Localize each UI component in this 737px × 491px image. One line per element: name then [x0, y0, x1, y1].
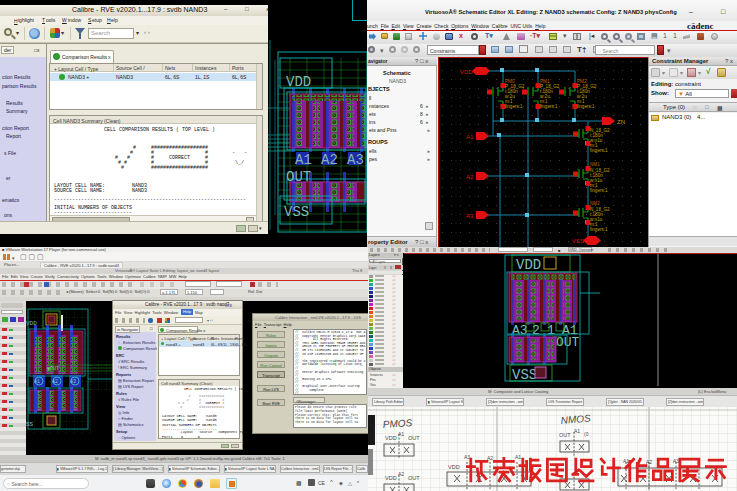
- svg-text:NM1: NM1: [590, 162, 600, 167]
- svg-text:VSS: VSS: [284, 204, 309, 220]
- svg-text:A2: A2: [52, 379, 58, 385]
- svg-text:VSS: VSS: [572, 238, 584, 244]
- svg-text:OUT: OUT: [286, 169, 311, 185]
- svg-text:VDD: VDD: [385, 475, 397, 481]
- svg-text:A3: A3: [70, 379, 76, 385]
- svg-text:VDD: VDD: [460, 69, 473, 75]
- svg-text:A2: A2: [321, 152, 338, 168]
- svg-text:VDD: VDD: [286, 74, 311, 90]
- svg-text:fingers:1: fingers:1: [590, 148, 608, 153]
- svg-text:A1: A1: [34, 379, 40, 385]
- svg-text:OUT: OUT: [408, 475, 420, 481]
- svg-text:▣OUT: ▣OUT: [47, 366, 59, 372]
- svg-text:ZN: ZN: [617, 119, 625, 125]
- svg-text:VDD: VDD: [516, 257, 541, 273]
- svg-text:SS: SS: [26, 421, 34, 428]
- svg-text:VDD: VDD: [448, 464, 460, 470]
- svg-text:OUT: OUT: [559, 432, 571, 438]
- svg-text:A1: A1: [574, 428, 580, 434]
- svg-text:fingers:1: fingers:1: [590, 188, 608, 193]
- svg-text:OUT: OUT: [408, 435, 420, 441]
- svg-text:A1: A1: [466, 134, 474, 140]
- svg-text:1: 1: [547, 323, 555, 338]
- svg-text:fingers:1: fingers:1: [590, 227, 608, 232]
- svg-text:PMOS: PMOS: [382, 417, 412, 430]
- svg-text:VDD: VDD: [385, 435, 397, 441]
- svg-text:2: 2: [532, 323, 540, 338]
- svg-text:fingers:1: fingers:1: [505, 104, 523, 109]
- svg-text:A3: A3: [347, 152, 364, 168]
- svg-text:NM2: NM2: [590, 201, 600, 206]
- svg-text:(0: (0: [584, 431, 589, 437]
- svg-text:fingers:1: fingers:1: [577, 104, 595, 109]
- svg-text:A2: A2: [466, 174, 474, 180]
- svg-text:A3: A3: [512, 323, 528, 338]
- svg-text:A1: A1: [295, 152, 312, 168]
- svg-text:A3: A3: [466, 213, 474, 219]
- svg-text:fingers:1: fingers:1: [540, 104, 558, 109]
